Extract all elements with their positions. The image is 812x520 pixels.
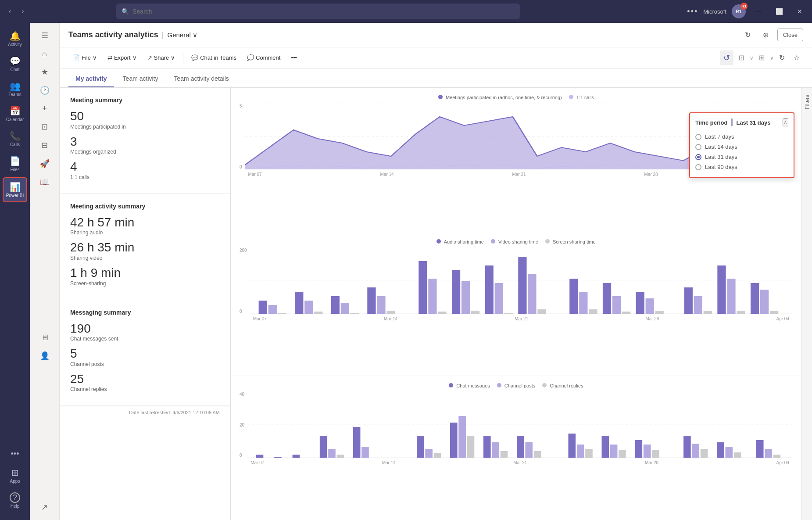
globe-button[interactable]: ⊕	[759, 28, 772, 42]
comment-button[interactable]: 💭 Comment	[243, 52, 285, 64]
time-period-dropdown: Time period Last 31 days ∧ Last 7 days L…	[689, 112, 794, 178]
svg-rect-30	[569, 279, 578, 314]
sidebar-item-calendar[interactable]: 📅 Calendar	[0, 102, 30, 126]
calls-label: 1:1 calls	[70, 174, 220, 180]
avatar[interactable]: R1 R1	[732, 4, 746, 18]
second-sidebar-monitor[interactable]: 🖥	[30, 324, 59, 347]
svg-rect-58	[361, 447, 369, 458]
svg-rect-27	[518, 257, 526, 314]
second-sidebar-recent[interactable]: 🕐	[30, 81, 59, 100]
svg-rect-63	[458, 416, 466, 458]
help-icon: ?	[10, 492, 20, 503]
svg-rect-67	[501, 451, 508, 458]
option-14days[interactable]: Last 14 days	[695, 142, 788, 152]
toolbar-right: ↺ ⊡ ∨ ⊞ ∨ ↻ ☆	[720, 50, 803, 65]
option-31days[interactable]: Last 31 days	[695, 152, 788, 162]
second-sidebar-home[interactable]: ⌂	[30, 45, 59, 63]
powerbi-label: Power BI	[6, 193, 24, 198]
layout-button[interactable]: ⊞	[755, 51, 768, 65]
svg-rect-29	[537, 309, 546, 314]
svg-rect-13	[340, 303, 349, 314]
messaging-chart-svg	[247, 392, 793, 458]
sidebar-item-activity[interactable]: 🔔 Activity	[0, 27, 30, 50]
svg-rect-73	[585, 449, 593, 458]
option-7days[interactable]: Last 7 days	[695, 132, 788, 142]
comment-label: Comment	[256, 54, 280, 61]
svg-rect-46	[760, 290, 769, 314]
svg-rect-47	[770, 311, 778, 314]
file-button[interactable]: 📄 File ∨	[68, 52, 101, 64]
messaging-chart-container: Chat messages Channel posts Channel repl…	[231, 376, 801, 520]
search-bar[interactable]: 🔍	[116, 4, 520, 19]
meetings-count: 50	[70, 109, 220, 124]
second-sidebar-favorite[interactable]: ★	[30, 63, 59, 81]
sidebar-item-help[interactable]: ? Help	[8, 489, 22, 512]
file-label: File	[82, 54, 91, 61]
star-report-button[interactable]: ☆	[790, 51, 803, 65]
option-90days[interactable]: Last 90 days	[695, 162, 788, 172]
second-sidebar-expand[interactable]: ☰	[30, 26, 59, 45]
general-dropdown-button[interactable]: General ∨	[167, 31, 197, 39]
svg-rect-37	[645, 298, 654, 314]
svg-rect-43	[727, 279, 735, 314]
activity-icon: 🔔	[10, 31, 21, 41]
channel-replies-legend-dot	[542, 383, 547, 387]
add-icon: +	[42, 104, 47, 113]
activity-chart-legend: Audio sharing time Video sharing time Sc…	[240, 239, 793, 244]
sidebar-item-more[interactable]: •••	[8, 446, 22, 462]
share-button[interactable]: ↗ Share ∨	[143, 52, 180, 64]
title-bar-right: ••• Microsoft R1 R1 — ⬜ ✕	[687, 4, 807, 18]
second-sidebar-add[interactable]: +	[30, 100, 59, 118]
second-sidebar-board[interactable]: ⊟	[30, 136, 59, 154]
second-sidebar-book[interactable]: 📖	[30, 173, 59, 191]
bookmark-button[interactable]: ⊡	[735, 51, 748, 65]
filters-panel[interactable]: Filters	[801, 88, 812, 520]
meeting-summary-title: Meeting summary	[70, 97, 220, 104]
toolbar-more-button[interactable]: •••	[286, 52, 301, 64]
close-window-button[interactable]: ✕	[793, 6, 807, 17]
second-sidebar-db[interactable]: ⊡	[30, 118, 59, 136]
audio-label: Sharing audio	[70, 230, 220, 236]
close-report-button[interactable]: Close	[777, 29, 803, 41]
legend-meetings: Meetings participated in (adhoc, one tim…	[438, 95, 562, 100]
export-button[interactable]: ⇄ Export ∨	[103, 52, 141, 64]
share-icon: ↗	[147, 54, 152, 61]
search-input[interactable]	[132, 8, 515, 15]
svg-rect-35	[622, 312, 630, 314]
time-period-bar	[731, 118, 733, 126]
toolbar-divider	[183, 53, 183, 63]
sidebar-item-calls[interactable]: 📞 Calls	[0, 127, 30, 151]
svg-rect-32	[589, 309, 597, 314]
more-options-button[interactable]: •••	[687, 7, 698, 16]
nav-buttons: ‹ ›	[5, 6, 28, 17]
minimize-button[interactable]: —	[751, 6, 766, 17]
legend-audio: Audio sharing time	[436, 239, 484, 244]
svg-rect-12	[331, 296, 339, 314]
svg-rect-85	[734, 452, 741, 458]
svg-rect-26	[504, 313, 512, 314]
forward-button[interactable]: ›	[18, 6, 27, 17]
sidebar-item-chat[interactable]: 💬 Chat	[0, 52, 30, 75]
svg-rect-21	[452, 270, 460, 314]
tab-my-activity[interactable]: My activity	[68, 71, 114, 87]
restore-button[interactable]: ⬜	[771, 6, 787, 17]
sidebar-item-apps[interactable]: ⊞ Apps	[8, 464, 22, 487]
sidebar-item-teams[interactable]: 👥 Teams	[0, 77, 30, 100]
time-period-toggle[interactable]: ∧	[783, 118, 788, 126]
chart3-x-labels: Mar 07 Mar 14 Mar 21 Mar 28 Apr 04	[247, 460, 793, 465]
calls-icon: 📞	[10, 131, 21, 141]
undo-button[interactable]: ↺	[720, 50, 733, 65]
second-sidebar-person[interactable]: 👤	[30, 347, 59, 365]
refresh-view-button[interactable]: ↻	[776, 51, 788, 65]
svg-rect-14	[350, 313, 358, 314]
tab-team-activity[interactable]: Team activity	[116, 71, 165, 87]
refresh-button[interactable]: ↻	[741, 28, 754, 42]
back-button[interactable]: ‹	[5, 6, 14, 17]
tab-team-activity-details[interactable]: Team activity details	[167, 71, 236, 87]
second-sidebar-arrow[interactable]: ↗	[30, 498, 59, 516]
sidebar-item-powerbi[interactable]: 📊 Power BI	[3, 177, 27, 202]
sidebar-item-files[interactable]: 📄 Files	[0, 152, 30, 176]
video-time: 26 h 35 min	[70, 240, 220, 255]
chat-in-teams-button[interactable]: 💬 Chat in Teams	[187, 52, 241, 64]
second-sidebar-rocket[interactable]: 🚀	[30, 154, 59, 173]
